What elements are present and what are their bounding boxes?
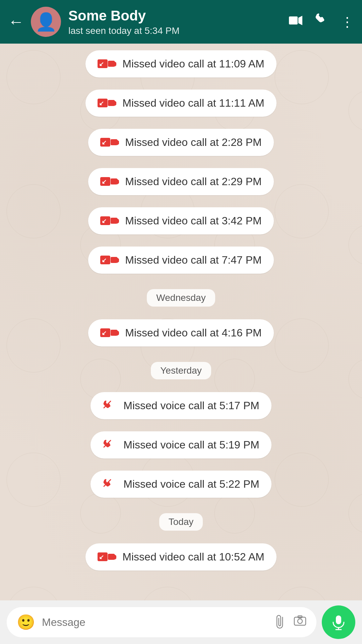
svg-marker-13 [117, 140, 119, 145]
call-text: Missed video call at 3:42 PM [125, 215, 261, 227]
call-item[interactable]: ↙ Missed video call at 11:09 AM [85, 50, 276, 77]
call-text: Missed voice call at 5:17 PM [123, 399, 259, 412]
call-text: Missed video call at 11:09 AM [122, 58, 264, 70]
call-text: Missed video call at 10:52 AM [122, 551, 264, 563]
svg-marker-17 [117, 179, 119, 184]
camera-button[interactable] [294, 614, 306, 630]
svg-rect-16 [111, 178, 117, 184]
call-item[interactable]: ↙ Missed video call at 7:47 PM [88, 247, 274, 274]
svg-rect-28 [111, 330, 117, 336]
missed-voice-icon [103, 478, 117, 490]
call-item[interactable]: ↙ Missed video call at 4:16 PM [88, 319, 274, 346]
svg-marker-25 [117, 258, 119, 263]
missed-video-icon: ↙ [100, 215, 119, 227]
missed-voice-icon [103, 439, 117, 451]
missed-video-icon: ↙ [98, 58, 116, 70]
chat-header: ← 👤 Some Body last seen today at 5:34 PM… [0, 0, 362, 44]
menu-button[interactable]: ⋮ [341, 14, 354, 30]
call-text: Missed voice call at 5:22 PM [123, 478, 259, 490]
missed-video-icon: ↙ [100, 176, 119, 188]
missed-video-icon: ↙ [98, 551, 116, 563]
mic-button[interactable] [322, 605, 355, 639]
svg-marker-21 [117, 218, 119, 224]
input-bar: 🙂 [0, 600, 362, 644]
svg-rect-40 [336, 615, 341, 624]
header-actions: ⋮ [288, 13, 354, 31]
call-item[interactable]: Missed voice call at 5:17 PM [90, 392, 272, 419]
svg-text:↙: ↙ [99, 61, 104, 67]
svg-text:↙: ↙ [102, 218, 107, 224]
call-item[interactable]: Missed voice call at 5:19 PM [90, 431, 272, 459]
avatar-icon: 👤 [35, 12, 57, 32]
svg-marker-5 [115, 61, 116, 67]
contact-status: last seen today at 5:34 PM [68, 25, 288, 36]
svg-rect-37 [294, 617, 306, 625]
call-text: Missed video call at 4:16 PM [125, 327, 261, 339]
svg-text:↙: ↙ [102, 257, 107, 264]
svg-marker-29 [117, 330, 119, 336]
svg-point-38 [298, 619, 302, 624]
svg-text:↙: ↙ [102, 178, 107, 185]
chat-area: ↙ Missed video call at 11:09 AM ↙ Missed… [0, 44, 362, 600]
avatar[interactable]: 👤 [31, 7, 61, 37]
missed-video-icon: ↙ [100, 137, 119, 149]
missed-video-icon: ↙ [98, 97, 116, 109]
missed-video-icon: ↙ [100, 327, 119, 339]
svg-rect-35 [108, 554, 115, 560]
call-text: Missed voice call at 5:19 PM [123, 439, 259, 451]
call-item[interactable]: ↙ Missed video call at 2:28 PM [88, 129, 274, 156]
svg-rect-8 [108, 100, 115, 106]
day-separator-today: Today [159, 513, 203, 531]
voice-call-button[interactable] [315, 13, 328, 31]
svg-text:↙: ↙ [99, 554, 104, 560]
call-item[interactable]: ↙ Missed video call at 3:42 PM [88, 207, 274, 234]
svg-rect-4 [108, 61, 115, 67]
svg-text:↙: ↙ [99, 100, 104, 107]
svg-marker-9 [115, 101, 116, 106]
svg-rect-20 [111, 218, 117, 224]
call-item[interactable]: ↙ Missed video call at 11:11 AM [85, 90, 276, 117]
call-text: Missed video call at 2:29 PM [125, 175, 261, 188]
call-item[interactable]: ↙ Missed video call at 10:52 AM [85, 543, 276, 571]
call-text: Missed video call at 11:11 AM [122, 97, 264, 109]
svg-marker-36 [115, 554, 116, 560]
call-text: Missed video call at 7:47 PM [125, 254, 261, 266]
back-button[interactable]: ← [8, 14, 24, 30]
svg-rect-24 [111, 257, 117, 263]
contact-name: Some Body [68, 7, 288, 24]
call-text: Missed video call at 2:28 PM [125, 136, 261, 149]
missed-voice-icon [103, 400, 117, 412]
call-item[interactable]: Missed voice call at 5:22 PM [90, 471, 272, 498]
message-input[interactable] [42, 616, 267, 629]
message-input-wrapper: 🙂 [7, 607, 316, 637]
mic-icon [330, 614, 347, 630]
svg-rect-12 [111, 139, 117, 145]
missed-video-icon: ↙ [100, 254, 119, 266]
day-separator-yesterday: Yesterday [151, 362, 211, 379]
call-item[interactable]: ↙ Missed video call at 2:29 PM [88, 168, 274, 195]
svg-rect-0 [289, 16, 298, 24]
day-separator-wednesday: Wednesday [147, 289, 215, 307]
svg-text:↙: ↙ [102, 139, 107, 146]
attach-button[interactable] [270, 612, 291, 632]
video-call-button[interactable] [288, 13, 303, 31]
svg-text:↙: ↙ [102, 330, 107, 336]
svg-marker-1 [298, 16, 302, 25]
emoji-button[interactable]: 🙂 [17, 613, 35, 631]
contact-info: Some Body last seen today at 5:34 PM [68, 7, 288, 36]
